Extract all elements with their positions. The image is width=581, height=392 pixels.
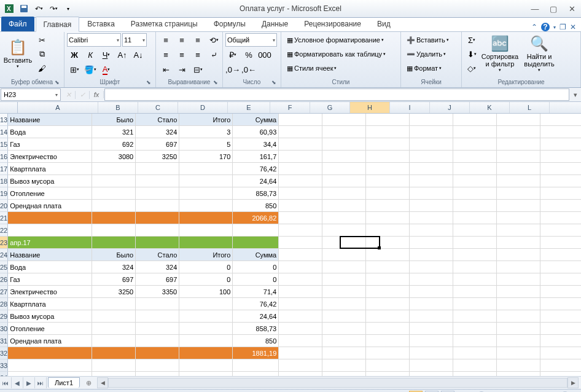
shrink-font-icon[interactable]: A↓ (131, 48, 146, 61)
cell[interactable] (92, 335, 136, 347)
cell[interactable] (540, 237, 581, 248)
cell[interactable] (453, 359, 497, 371)
expand-formula-bar-icon[interactable]: ▾ (570, 91, 581, 99)
cell[interactable] (92, 212, 136, 224)
cell[interactable] (279, 138, 322, 150)
cell[interactable] (540, 163, 581, 174)
cell[interactable]: 3250 (92, 286, 136, 297)
row-header[interactable]: 28 (0, 298, 8, 310)
row-header[interactable]: 21 (0, 212, 8, 224)
row-header[interactable]: 14 (0, 126, 8, 138)
cell[interactable] (410, 138, 453, 150)
cell[interactable] (279, 298, 322, 310)
cell[interactable]: 0 (233, 273, 279, 285)
cell[interactable]: 850 (233, 335, 279, 347)
font-color-icon[interactable]: A▾ (99, 63, 114, 76)
cell[interactable] (540, 298, 581, 310)
row-header[interactable]: 26 (0, 273, 8, 286)
cell[interactable] (540, 224, 581, 236)
cell[interactable] (540, 261, 581, 273)
cell[interactable] (366, 200, 410, 211)
cell[interactable] (136, 335, 179, 347)
row-header[interactable]: 31 (0, 335, 8, 347)
cell[interactable] (179, 163, 233, 174)
cell[interactable] (453, 200, 497, 211)
cell[interactable] (366, 175, 410, 187)
cell[interactable]: Квартплата (8, 163, 92, 174)
cell[interactable] (366, 286, 410, 297)
undo-icon[interactable]: ↶▾ (32, 2, 45, 15)
cell[interactable] (322, 151, 366, 162)
cell[interactable] (497, 347, 540, 359)
cell[interactable]: Вода (8, 126, 92, 138)
cell[interactable] (322, 200, 366, 211)
copy-icon[interactable]: ⧉ (34, 47, 49, 61)
home-tab[interactable]: Главная (36, 17, 80, 32)
cell[interactable] (179, 347, 233, 359)
cell[interactable] (410, 114, 453, 125)
cell[interactable]: 3080 (92, 151, 136, 162)
align-right-icon[interactable]: ≡ (190, 48, 205, 61)
review-tab[interactable]: Рецензирование (296, 16, 369, 31)
cell[interactable] (410, 273, 453, 285)
currency-icon[interactable]: ₽▾ (225, 48, 240, 61)
cell[interactable]: 321 (92, 126, 136, 138)
layout-tab[interactable]: Разметка страницы (123, 16, 206, 31)
cells-area[interactable]: НазваниеБылоСталоИтогоСуммаВода321324360… (8, 114, 581, 376)
sort-filter-button[interactable]: 🔤Сортировка и фильтр▾ (480, 33, 520, 75)
align-middle-icon[interactable]: ≡ (174, 33, 189, 47)
cell[interactable] (497, 200, 540, 211)
cell[interactable] (322, 249, 366, 261)
column-header[interactable]: J (430, 102, 470, 113)
column-header[interactable]: A (18, 102, 98, 113)
grow-font-icon[interactable]: A↑ (115, 48, 130, 61)
cell[interactable] (540, 114, 581, 125)
font-family-combo[interactable]: Calibri▾ (67, 33, 121, 47)
column-header[interactable]: B (98, 102, 138, 113)
horizontal-scrollbar[interactable]: ◀▶ (97, 378, 579, 387)
cell[interactable] (322, 273, 366, 285)
cell[interactable] (540, 323, 581, 334)
cell[interactable] (497, 359, 540, 371)
row-header[interactable]: 34 (0, 372, 8, 376)
formula-input[interactable] (104, 88, 569, 101)
cell[interactable] (279, 237, 322, 248)
cell[interactable] (322, 163, 366, 174)
cell[interactable] (92, 163, 136, 174)
cell[interactable] (279, 347, 322, 359)
cell[interactable] (322, 286, 366, 297)
cell[interactable]: 850 (233, 200, 279, 211)
cell[interactable] (453, 310, 497, 322)
cell[interactable] (540, 372, 581, 376)
minimize-button[interactable]: — (526, 2, 544, 15)
cell[interactable] (453, 163, 497, 174)
cell[interactable] (279, 212, 322, 224)
row-header[interactable]: 27 (0, 286, 8, 298)
cell[interactable] (366, 323, 410, 334)
cell[interactable] (322, 323, 366, 334)
cell[interactable] (540, 347, 581, 359)
cell[interactable]: 71,4 (233, 286, 279, 297)
row-header[interactable]: 25 (0, 261, 8, 273)
percent-icon[interactable]: % (241, 48, 256, 61)
cell[interactable] (179, 212, 233, 224)
cell[interactable]: 60,93 (233, 126, 279, 138)
cell[interactable] (497, 286, 540, 297)
clear-icon[interactable]: ◇▾ (464, 61, 479, 75)
cell[interactable] (497, 224, 540, 236)
cell[interactable] (279, 126, 322, 138)
last-sheet-icon[interactable]: ⏭ (35, 377, 47, 388)
cell[interactable] (322, 187, 366, 199)
column-header[interactable]: G (310, 102, 350, 113)
row-header[interactable]: 18 (0, 175, 8, 187)
cell[interactable]: Название (8, 249, 92, 261)
cell[interactable] (366, 114, 410, 125)
merge-icon[interactable]: ⊟▾ (190, 63, 205, 76)
cell[interactable] (179, 175, 233, 187)
cell[interactable]: 1881,19 (233, 347, 279, 359)
row-header[interactable]: 22 (0, 224, 8, 237)
cell[interactable] (366, 273, 410, 285)
cell[interactable]: Газ (8, 273, 92, 285)
cell[interactable] (497, 237, 540, 248)
cell[interactable] (540, 359, 581, 371)
